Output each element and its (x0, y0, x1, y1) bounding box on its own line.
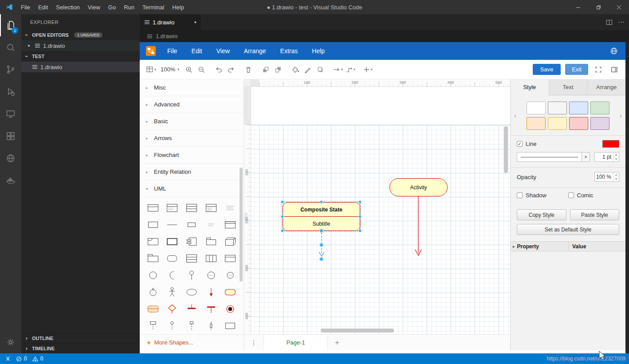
extensions-icon[interactable] (0, 125, 21, 147)
menu-edit[interactable]: Edit (34, 0, 52, 14)
uml-shape-join[interactable] (202, 302, 220, 316)
expander-icon[interactable]: ▸ (513, 244, 515, 249)
uml-shape-component[interactable] (183, 235, 200, 248)
outline-section[interactable]: › OUTLINE (21, 333, 140, 343)
uml-shape-entry-point[interactable] (221, 269, 239, 282)
exit-button[interactable]: Exit (565, 64, 588, 75)
source-control-icon[interactable] (0, 59, 21, 81)
menu-go[interactable]: Go (104, 0, 120, 14)
opacity-input[interactable]: 100 % ▲▼ (594, 172, 619, 182)
settings-gear-icon[interactable] (0, 331, 21, 353)
canvas-horizontal-scrollbar[interactable] (321, 329, 394, 333)
edge-midpoint[interactable] (319, 243, 323, 247)
spinner[interactable]: ▲▼ (613, 153, 619, 161)
to-back-icon[interactable] (272, 63, 284, 76)
menu-file[interactable]: File (17, 0, 34, 14)
add-page-icon[interactable]: + (335, 338, 339, 347)
zoom-in-icon[interactable] (183, 63, 195, 76)
shape-section-flowchart[interactable]: ▸Flowchart (140, 147, 244, 164)
uml-shape-lifeline[interactable] (144, 319, 162, 333)
uml-shape-lifeline-circle[interactable] (164, 319, 181, 333)
uml-shape-simple-rect[interactable] (144, 218, 162, 231)
connection-icon[interactable]: ▾ (332, 63, 343, 76)
warnings-indicator[interactable]: 0 (32, 356, 43, 362)
uml-shape-note-text[interactable] (202, 218, 220, 231)
shape-section-misc[interactable]: ▸Misc (140, 79, 244, 96)
toggle-format-panel-icon[interactable] (609, 63, 620, 76)
menu-view[interactable]: View (84, 0, 104, 14)
modified-dot-icon[interactable]: ● (194, 20, 197, 24)
selection-handle[interactable] (358, 215, 362, 218)
tab-text[interactable]: Text (549, 79, 587, 95)
remote-icon[interactable] (4, 356, 11, 362)
uml-shape-package[interactable] (202, 235, 220, 248)
line-style-dropdown[interactable]: ▼ (517, 152, 590, 162)
uml-shape-lifeline-box[interactable] (183, 319, 200, 333)
shape-section-arrows[interactable]: ▸Arrows (140, 130, 244, 147)
zoom-out-icon[interactable] (196, 63, 207, 76)
page-tab[interactable]: Page-1 (263, 335, 328, 350)
style-swatch-1[interactable] (548, 102, 567, 114)
uml-shape-rounded-rect[interactable] (164, 252, 181, 265)
panel-resize-grip[interactable] (245, 213, 247, 220)
paste-style-button[interactable]: Paste Style (570, 209, 620, 220)
edge-endpoint[interactable] (319, 229, 323, 233)
breadcrumb[interactable]: 1.drawio (140, 30, 629, 42)
errors-indicator[interactable]: 0 (16, 356, 27, 362)
selection-handle[interactable] (281, 229, 284, 232)
uml-shape-class-2[interactable] (202, 201, 220, 215)
uml-shape-header-rect[interactable] (221, 252, 239, 265)
shadow-icon[interactable] (314, 63, 326, 76)
selection-handle[interactable] (358, 200, 362, 204)
shadow-option[interactable]: Shadow (517, 192, 568, 199)
uml-shape-activity-edge[interactable] (202, 286, 220, 299)
selection-handle[interactable] (281, 200, 284, 204)
menu-terminal[interactable]: Terminal (138, 0, 168, 14)
shape-section-uml[interactable]: ▾UML (140, 180, 244, 197)
shape-section-advanced[interactable]: ▸Advanced (140, 96, 244, 113)
set-default-style-button[interactable]: Set as Default Style (517, 224, 619, 235)
explorer-icon[interactable]: 1 (0, 14, 21, 36)
minimize-button[interactable] (568, 0, 588, 14)
style-swatch-5[interactable] (548, 117, 567, 130)
uml-shape-condition[interactable] (164, 302, 181, 316)
uml-shape-lollipop-interface[interactable] (183, 269, 200, 282)
uml-shape-required-interface[interactable] (164, 269, 181, 282)
canvas-shape-activity[interactable]: Activity (389, 178, 448, 196)
drawio-menu-edit[interactable]: Edit (185, 42, 209, 60)
uml-shape-class[interactable] (183, 201, 200, 215)
uml-shape-object[interactable] (144, 201, 162, 215)
uml-shape-use-case[interactable] (183, 286, 200, 299)
undo-icon[interactable] (213, 63, 224, 76)
shape-section-basic[interactable]: ▸Basic (140, 113, 244, 130)
shape-section-entity-relation[interactable]: ▸Entity Relation (140, 164, 244, 180)
uml-shape-state[interactable] (202, 269, 220, 282)
tab-arrange[interactable]: Arrange (587, 79, 625, 95)
uml-shape-node[interactable] (221, 235, 239, 248)
uml-shape-divided-rect[interactable] (183, 252, 200, 265)
uml-shape-separator-line[interactable] (164, 218, 181, 231)
drawio-menu-file[interactable]: File (160, 42, 185, 60)
canvas-shape-composite-state[interactable]: Composite State Subtitle (283, 202, 360, 231)
save-button[interactable]: Save (533, 64, 561, 75)
tree-file-item[interactable]: 1.drawio (21, 62, 140, 72)
folder-section-header[interactable]: › TEST (21, 51, 140, 62)
selection-handle[interactable] (358, 229, 362, 232)
shadow-checkbox[interactable] (517, 192, 523, 198)
spinner[interactable]: ▲▼ (613, 172, 619, 181)
uml-shape-tab-rect[interactable] (144, 252, 162, 265)
drawio-menu-help[interactable]: Help (305, 42, 332, 60)
restore-button[interactable] (588, 0, 609, 14)
uml-shape-label-rect[interactable] (221, 218, 239, 231)
uml-shape-composite-state[interactable] (144, 302, 162, 316)
delete-icon[interactable] (243, 63, 254, 76)
tab-style[interactable]: Style (511, 79, 549, 95)
fill-color-icon[interactable] (290, 63, 301, 76)
style-swatch-3[interactable] (590, 102, 609, 114)
uml-shape-activity-final[interactable] (221, 302, 239, 316)
close-button[interactable] (609, 0, 629, 14)
uml-shape-provided-interface[interactable] (144, 269, 162, 282)
menu-run[interactable]: Run (120, 0, 138, 14)
breadcrumb-item[interactable]: 1.drawio (156, 33, 177, 39)
drawing-canvas[interactable]: Activity Composite State Subtitle (251, 87, 510, 334)
